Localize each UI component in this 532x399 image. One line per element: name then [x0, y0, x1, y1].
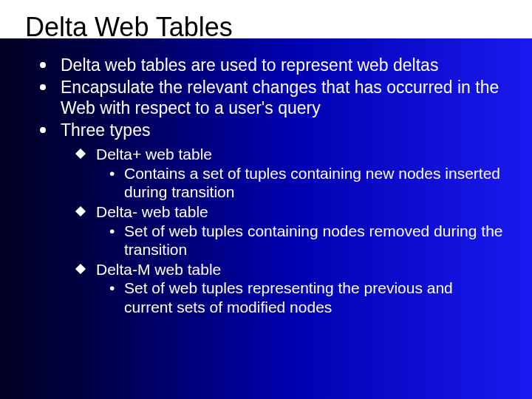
sub-sub-bullet-item: Set of web tuples representing the previ… [109, 279, 504, 316]
bullet-item: Encapsulate the relevant changes that ha… [40, 77, 504, 118]
sub-bullet-list: Delta+ web table Contains a set of tuple… [61, 145, 504, 316]
sub-sub-bullet-item: Contains a set of tuples containing new … [109, 164, 504, 202]
bullet-item: Delta web tables are used to represent w… [40, 55, 504, 75]
bullet-text: Delta web tables are used to represent w… [61, 55, 438, 75]
bullet-list: Delta web tables are used to represent w… [21, 55, 511, 317]
sub-bullet-item: Delta+ web table Contains a set of tuple… [77, 145, 504, 202]
sub-bullet-text: Delta- web table [96, 203, 208, 220]
sub-sub-bullet-text: Set of web tuples representing the previ… [124, 279, 453, 316]
bullet-item: Three types Delta+ web table Contains a … [40, 120, 504, 317]
sub-sub-bullet-list: Set of web tuples containing nodes remov… [96, 222, 504, 259]
sub-sub-bullet-list: Contains a set of tuples containing new … [96, 164, 504, 202]
slide-title: Delta Web Tables [25, 10, 511, 47]
sub-bullet-text: Delta-M web table [96, 261, 221, 278]
sub-sub-bullet-list: Set of web tuples representing the previ… [96, 279, 504, 316]
sub-sub-bullet-item: Set of web tuples containing nodes remov… [109, 222, 504, 259]
slide: Delta Web Tables Delta web tables are us… [0, 0, 532, 399]
bullet-text: Three types [61, 120, 150, 140]
bullet-text: Encapsulate the relevant changes that ha… [61, 78, 499, 117]
sub-bullet-text: Delta+ web table [96, 146, 212, 163]
sub-bullet-item: Delta-M web table Set of web tuples repr… [77, 260, 504, 317]
sub-bullet-item: Delta- web table Set of web tuples conta… [77, 202, 504, 259]
sub-sub-bullet-text: Set of web tuples containing nodes remov… [124, 222, 503, 259]
sub-sub-bullet-text: Contains a set of tuples containing new … [124, 165, 500, 201]
